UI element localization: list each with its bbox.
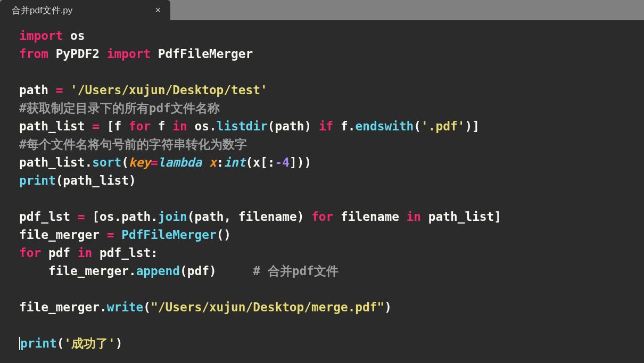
code-line: path_list.sort(key=lambda x:int(x[:-4])) <box>19 155 311 169</box>
code-line: file_merger = PdfFileMerger() <box>19 228 231 242</box>
code-line: file_merger.append(pdf) # 合并pdf文件 <box>19 264 338 278</box>
code-line: for pdf in pdf_lst: <box>19 246 158 260</box>
tab-bar: 合并pdf文件.py × <box>0 0 644 20</box>
close-icon[interactable]: × <box>155 5 161 15</box>
code-line: import os <box>19 29 85 43</box>
code-line: #获取制定目录下的所有pdf文件名称 <box>19 101 220 115</box>
code-line: #每个文件名将句号前的字符串转化为数字 <box>19 137 247 151</box>
tab-title: 合并pdf文件.py <box>12 4 72 16</box>
code-line: print(path_list) <box>19 174 136 187</box>
code-line: pdf_lst = [os.path.join(path, filename) … <box>19 210 501 224</box>
code-line: print('成功了') <box>19 336 123 350</box>
code-line: from PyPDF2 import PdfFileMerger <box>19 47 253 61</box>
code-editor[interactable]: import os from PyPDF2 import PdfFileMerg… <box>0 20 644 352</box>
code-line: path = '/Users/xujun/Desktop/test' <box>19 83 268 97</box>
code-line: file_merger.write("/Users/xujun/Desktop/… <box>19 300 392 314</box>
tab-active[interactable]: 合并pdf文件.py × <box>0 0 170 20</box>
code-line: path_list = [f for f in os.listdir(path)… <box>19 119 480 133</box>
